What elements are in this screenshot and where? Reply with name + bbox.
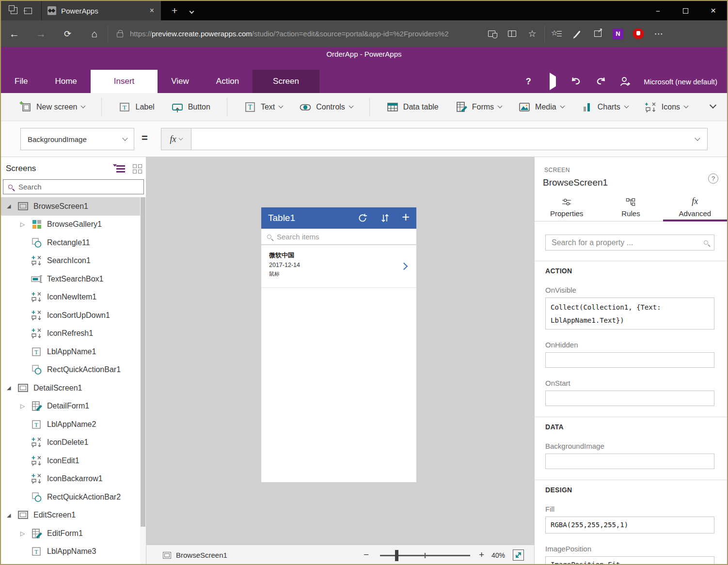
hub-icon[interactable] [549,26,565,42]
ribbon-forms-button[interactable]: Forms [455,101,502,113]
zoom-slider-thumb[interactable] [395,550,398,561]
collapse-triangle-icon[interactable]: ◢ [5,385,17,391]
tree-item-editform1[interactable]: ▷EditForm1 [1,524,146,543]
ribbon-media-button[interactable]: Media [518,101,564,113]
collapse-triangle-icon[interactable]: ◢ [5,512,17,518]
tree-item-iconsortupdown1[interactable]: IconSortUpDown1 [1,306,146,325]
undo-icon[interactable] [571,77,583,86]
share-user-icon[interactable] [619,77,631,86]
adblock-extension-icon[interactable] [630,26,647,42]
ribbon-icons-button[interactable]: Icons [645,101,688,113]
favorites-star-icon[interactable]: ☆ [524,26,540,42]
set-tabs-aside-icon[interactable] [24,8,32,14]
sort-icon[interactable] [380,213,389,223]
tree-item-iconrefresh1[interactable]: IconRefresh1 [1,325,146,343]
ribbon-button-button[interactable]: Button [171,101,210,113]
property-search-input[interactable]: Search for a property ... [545,235,714,251]
tab-advanced[interactable]: fx Advanced [663,198,727,221]
field-input-imageposition[interactable]: ImagePosition.Fit [545,556,714,564]
tab-close-icon[interactable]: × [148,6,156,15]
tree-item-icondelete1[interactable]: IconDelete1 [1,434,146,452]
new-tab-button[interactable]: + [172,5,177,16]
expand-formula-chevron-icon[interactable] [695,135,700,141]
tree-item-detailscreen1[interactable]: ◢DetailScreen1 [1,379,146,397]
current-screen-indicator[interactable]: BrowseScreen1 [163,551,227,559]
ribbon-controls-button[interactable]: Controls [299,101,353,113]
home-icon[interactable]: ⌂ [81,28,108,40]
refresh-gallery-icon[interactable] [357,213,368,223]
field-input-onhidden[interactable] [545,352,714,368]
menu-screen[interactable]: Screen [253,70,319,93]
tree-item-lblappname3[interactable]: TLblAppName3 [1,543,146,561]
tree-item[interactable] [1,561,146,564]
panel-help-icon[interactable]: ? [708,173,718,184]
tree-item-textsearchbox1[interactable]: TextSearchBox1 [1,270,146,288]
window-close-button[interactable]: × [699,1,727,20]
browser-tab[interactable]: PowerApps × [42,1,161,20]
back-icon[interactable]: ← [1,28,28,40]
design-canvas[interactable]: Table1 + Search items 微软中国 2017-12-14 鼠标 [146,157,534,545]
field-input-onvisible[interactable]: Collect(Collection1, {Text: LblAppName1.… [545,298,714,330]
tree-view-icon[interactable] [114,165,125,173]
menu-file[interactable]: File [1,70,41,93]
zoom-out-button[interactable]: − [364,549,369,560]
tree-item-searchicon1[interactable]: SearchIcon1 [1,252,146,270]
ribbon-label-button[interactable]: TLabel [118,101,154,113]
thumbnail-view-icon[interactable] [133,164,142,173]
fit-to-window-icon[interactable] [513,549,524,561]
property-dropdown[interactable]: BackgroundImage [20,128,134,150]
ribbon-data-table-button[interactable]: Data table [386,101,439,113]
field-input-fill[interactable]: RGBA(255,255,255,1) [545,517,714,534]
tree-item-rectangle11[interactable]: Rectangle11 [1,234,146,252]
menu-view[interactable]: View [158,70,203,93]
onenote-extension-icon[interactable]: N [610,26,626,42]
tree-scrollbar[interactable] [140,197,146,564]
collapse-ribbon-icon[interactable] [711,103,715,108]
ribbon-text-button[interactable]: TText [244,101,283,113]
fx-button[interactable]: fx [161,128,191,150]
account-name[interactable]: Microsoft (new default) [644,78,717,86]
tab-properties[interactable]: Properties [535,198,599,221]
refresh-icon[interactable]: ⟳ [54,29,81,39]
menu-home[interactable]: Home [41,70,90,93]
expand-triangle-icon[interactable]: ▷ [18,403,31,409]
tree-item-browsescreen1[interactable]: ◢BrowseScreen1 [1,197,146,216]
gallery-item[interactable]: 微软中国 2017-12-14 鼠标 [261,245,416,288]
tree-item-browsegallery1[interactable]: ▷BrowseGallery1 [1,216,146,234]
window-minimize-button[interactable]: − [644,1,672,20]
site-permissions-icon[interactable] [483,26,500,42]
zoom-in-button[interactable]: + [479,549,484,560]
tab-preview-chevron-icon[interactable] [190,6,193,15]
tree-item-rectquickactionbar2[interactable]: RectQuickActionBar2 [1,488,146,506]
help-icon[interactable]: ? [522,77,534,87]
expand-triangle-icon[interactable]: ▷ [18,530,31,537]
forward-icon[interactable]: → [28,28,54,40]
tree-item-editscreen1[interactable]: ◢EditScreen1 [1,506,146,525]
formula-input[interactable] [191,128,707,150]
field-input-backgroundimage[interactable] [545,454,714,469]
menu-insert[interactable]: Insert [91,70,158,93]
tree-item-detailform1[interactable]: ▷DetailForm1 [1,397,146,416]
tree-item-iconedit1[interactable]: IconEdit1 [1,452,146,470]
expand-triangle-icon[interactable]: ▷ [18,221,31,228]
tab-rules[interactable]: Rules [599,198,663,221]
reading-view-icon[interactable] [504,26,520,42]
tree-item-lblappname2[interactable]: TLblAppName2 [1,415,146,434]
scrollbar-thumb[interactable] [141,197,145,527]
preview-play-icon[interactable] [547,77,558,87]
tree-item-iconbackarrow1[interactable]: IconBackarrow1 [1,470,146,488]
window-maximize-button[interactable] [672,1,699,20]
tabs-you-set-aside-icon[interactable] [11,7,17,14]
ribbon-charts-button[interactable]: Charts [581,101,628,113]
new-item-plus-icon[interactable]: + [402,212,410,222]
screens-search-input[interactable]: Search [3,179,144,194]
web-note-pen-icon[interactable] [569,26,586,42]
field-input-onstart[interactable] [545,391,714,406]
collapse-triangle-icon[interactable]: ◢ [5,203,17,209]
gallery-search-box[interactable]: Search items [261,229,416,245]
tree-item-lblappname1[interactable]: TLblAppName1 [1,343,146,361]
menu-action[interactable]: Action [203,70,253,93]
more-actions-icon[interactable]: ⋯ [650,26,667,42]
tree-item-iconnewitem1[interactable]: IconNewItem1 [1,288,146,307]
ribbon-new-screen-button[interactable]: New screen [19,101,85,113]
